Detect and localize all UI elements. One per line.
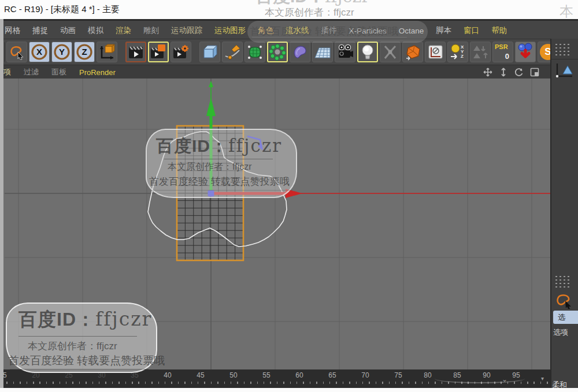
light-button[interactable]	[357, 42, 378, 62]
menu-item[interactable]: 窗口	[464, 25, 479, 36]
spline-pen-icon	[224, 43, 241, 61]
mograph-cloner-button[interactable]	[267, 42, 288, 62]
menu-item[interactable]: X-Particles	[349, 27, 387, 35]
subdivision-surface-button[interactable]	[244, 42, 265, 62]
lock-x-button[interactable]: X	[29, 42, 50, 62]
cube-icon	[201, 43, 218, 61]
psr-label: PSR	[495, 43, 508, 50]
menu-item[interactable]: 雕刻	[143, 25, 159, 36]
menu-item[interactable]: 插件	[321, 25, 337, 36]
workplane-icon	[427, 43, 444, 61]
options-tab-label[interactable]: 选项	[553, 327, 568, 338]
cinema4d-window: RC - R19) - [未标题 4 *] - 主要 本 网格捕捉动画模拟渲染雕…	[0, 0, 578, 392]
add-cube-button[interactable]	[199, 42, 220, 62]
render-picture-viewer-icon	[150, 43, 167, 61]
deformer-icon	[291, 43, 309, 61]
y-axis-small-arrow	[209, 81, 213, 87]
menu-item[interactable]: 渲染	[116, 25, 131, 36]
psr-value: 0	[505, 52, 509, 61]
timeline-dropdown-icon[interactable]: ▾	[541, 375, 544, 382]
menu-item[interactable]: 角色	[258, 25, 273, 36]
lock-y-button[interactable]: Y	[51, 42, 72, 62]
viewport-menu-bar: 选项过滤面板ProRender	[0, 65, 550, 79]
render-settings-button[interactable]	[171, 42, 191, 62]
main-menu: 网格捕捉动画模拟渲染雕刻运动跟踪运动图形角色流水线插件X-ParticlesOc…	[5, 23, 507, 39]
menu-item[interactable]: 网格	[5, 25, 20, 36]
workplane-button[interactable]	[425, 42, 446, 62]
toggle-view-icon[interactable]	[529, 67, 540, 77]
timeline-frame-label: 55	[258, 371, 275, 379]
polygon-object-button[interactable]	[402, 42, 423, 62]
timeline-frame-label: 80	[420, 371, 436, 379]
freehand-selection-icon	[8, 43, 25, 61]
timeline-frame-label: 50	[225, 371, 242, 379]
right-sidebar: 选 选项 柔和	[550, 39, 578, 392]
drop-to-floor-icon	[516, 43, 535, 61]
render-settings-icon	[172, 43, 190, 61]
rotate-view-icon[interactable]	[514, 67, 524, 77]
timeline-frame-label: 65	[324, 371, 340, 379]
pan-view-icon[interactable]	[483, 67, 493, 77]
svg-text:Z: Z	[461, 54, 464, 59]
freehand-tool-icon[interactable]	[554, 291, 575, 312]
watermark-author-line: 本文原创作者：ffjczr	[28, 339, 117, 353]
menu-item[interactable]: 帮助	[491, 25, 507, 36]
light-icon	[359, 43, 376, 61]
viewport-menu-item[interactable]: 过滤	[24, 67, 39, 77]
cloner-icon	[269, 43, 286, 61]
panel-grip-icon[interactable]	[554, 43, 572, 57]
viewport-menu-item[interactable]: ProRender	[79, 68, 116, 77]
attribute-tab-selected[interactable]: 选	[553, 311, 578, 324]
menu-item[interactable]: Octane	[399, 27, 424, 35]
main-menu-bar: 网格捕捉动画模拟渲染雕刻运动跟踪运动图形角色流水线插件X-ParticlesOc…	[0, 19, 578, 39]
snap-disabled-button[interactable]	[470, 42, 491, 62]
watermark-author-line: 本文原创作者：ffjczr	[168, 161, 251, 173]
render-view-button[interactable]	[125, 42, 146, 62]
watermark-center: 百度ID：ffjczr 本文原创作者：ffjczr 首发百度经验 转载要点赞投票…	[146, 129, 297, 198]
lock-y-label: Y	[59, 47, 65, 57]
camera-button[interactable]	[335, 42, 355, 62]
scene-axis-icon[interactable]	[553, 61, 577, 82]
freehand-selection-button[interactable]	[6, 42, 27, 62]
lock-z-label: Z	[81, 47, 87, 57]
render-view-icon	[127, 43, 144, 61]
spline-pen-button[interactable]	[222, 42, 243, 62]
lock-x-label: X	[36, 47, 42, 57]
polygon-rock-icon	[404, 43, 421, 61]
zoom-view-icon[interactable]	[498, 67, 509, 77]
render-picture-viewer-button[interactable]	[148, 42, 169, 62]
deformer-button[interactable]	[290, 42, 310, 62]
timeline-chevron-icon[interactable]: ⌄	[502, 375, 507, 383]
viewport-controls	[483, 67, 540, 77]
watermark-id-line: 百度ID：ffjczr	[18, 307, 152, 333]
timeline-frame-label: 40	[160, 371, 176, 379]
timeline-frame-label: 75	[390, 371, 406, 379]
watermark-id-line: 百度ID：ffjczr	[156, 135, 282, 158]
menu-item[interactable]: 运动图形	[214, 25, 246, 36]
watermark-slogan-line: 首发百度经验 转载要点赞投票哦	[149, 175, 290, 188]
subdivision-surface-icon	[246, 43, 264, 61]
psr-reset-button[interactable]: PSR 0	[492, 42, 513, 62]
axis-modifier-button[interactable]: X Y Z	[447, 42, 468, 62]
corner-watermark: 本	[560, 2, 573, 21]
menu-item[interactable]: 运动跟踪	[171, 25, 202, 36]
drop-to-floor-button[interactable]	[515, 42, 536, 62]
menu-item[interactable]: 模拟	[88, 25, 103, 36]
coordinate-system-button[interactable]	[97, 42, 117, 62]
toolbar: X Y Z	[0, 39, 550, 65]
timeline-frame-label: 45	[192, 371, 209, 379]
title-bar[interactable]: RC - R19) - [未标题 4 *] - 主要 本	[0, 0, 578, 19]
snap-triangles-icon	[472, 43, 489, 61]
floor-environment-button[interactable]	[312, 42, 333, 62]
viewport-menu-item[interactable]: 面板	[51, 67, 66, 77]
menu-item[interactable]: 动画	[60, 25, 76, 36]
panel-grip-icon[interactable]	[554, 275, 572, 289]
menu-item[interactable]: 脚本	[436, 25, 451, 36]
camera-icon	[336, 43, 354, 61]
joints-icon	[381, 43, 399, 61]
menu-item[interactable]: 流水线	[286, 25, 309, 36]
menu-item[interactable]: 捕捉	[32, 25, 48, 36]
character-joints-button[interactable]	[380, 42, 401, 62]
axis-xyz-icon: X Y Z	[449, 43, 467, 61]
lock-z-button[interactable]: Z	[74, 42, 95, 62]
